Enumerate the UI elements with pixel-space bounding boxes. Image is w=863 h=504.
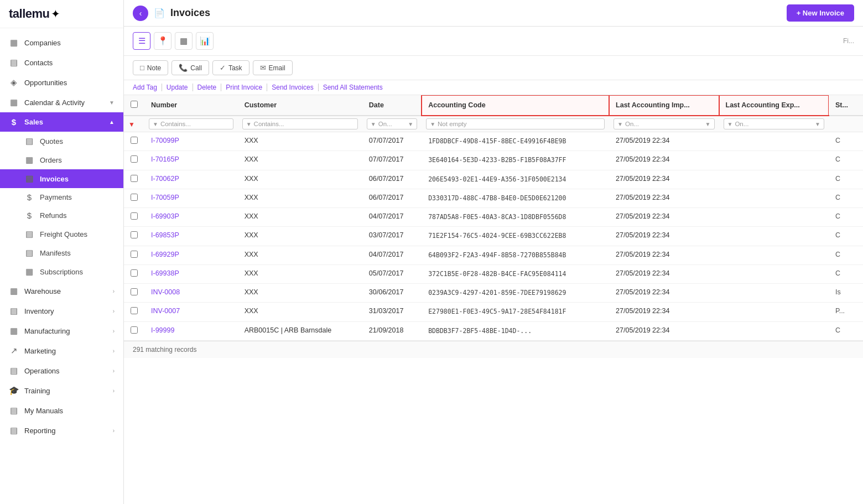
row-checkbox-cell[interactable]	[124, 321, 144, 340]
row-number: I-69853P	[144, 227, 238, 246]
filter-code-cell[interactable]: ▼ Not empty	[422, 116, 609, 132]
row-date: 31/03/2017	[362, 303, 422, 321]
sidebar-item-reporting[interactable]: ▤ Reporting ›	[0, 420, 123, 440]
sidebar-item-operations[interactable]: ▤ Operations ›	[0, 361, 123, 381]
sidebar-item-freight-quotes[interactable]: ▤ Freight Quotes	[0, 225, 123, 243]
new-invoice-button[interactable]: + New Invoice	[787, 4, 854, 22]
sidebar-item-refunds[interactable]: $ Refunds	[0, 206, 123, 225]
filter-number-input[interactable]: ▼ Contains...	[149, 118, 233, 129]
chart-view-button[interactable]: 📊	[196, 32, 214, 50]
inventory-icon: ▤	[9, 306, 19, 316]
th-number[interactable]: Number	[144, 95, 238, 116]
filter-number-cell[interactable]: ▼ Contains...	[144, 116, 238, 132]
print-invoice-link[interactable]: Print Invoice	[221, 84, 267, 91]
filter-imp-cell[interactable]: ▼ On... ▼	[609, 116, 719, 132]
filter-imp-input[interactable]: ▼ On... ▼	[614, 118, 714, 129]
sidebar-item-companies[interactable]: ▦ Companies	[0, 33, 123, 53]
list-view-button[interactable]: ☰	[133, 32, 150, 50]
sidebar-item-manifests[interactable]: ▤ Manifests	[0, 243, 123, 262]
filter-exp-cell[interactable]: ▼ On... ▼	[719, 116, 829, 132]
sidebar-item-quotes[interactable]: ▤ Quotes	[0, 132, 123, 150]
row-accounting-code: 372C1B5E-0F28-482B-B4CE-FAC95E084114	[422, 264, 609, 283]
call-button[interactable]: 📞 Call	[171, 60, 209, 75]
row-number: I-70062P	[144, 170, 238, 189]
filter-date-cell[interactable]: ▼ On... ▼	[362, 116, 422, 132]
row-checkbox[interactable]	[131, 155, 138, 163]
row-checkbox[interactable]	[131, 251, 138, 258]
filter-on-label3: On...	[735, 121, 748, 127]
sidebar-label-companies: Companies	[24, 39, 61, 47]
sidebar-item-manufacturing[interactable]: ▦ Manufacturing ›	[0, 321, 123, 341]
row-checkbox-cell[interactable]	[124, 246, 144, 264]
row-status: C	[829, 227, 863, 246]
filter-date-input[interactable]: ▼ On... ▼	[367, 118, 417, 129]
companies-icon: ▦	[9, 38, 19, 48]
sidebar-item-invoices[interactable]: ▤ Invoices	[0, 169, 123, 188]
add-tag-link[interactable]: Add Tag	[133, 84, 162, 91]
sidebar-item-contacts[interactable]: ▤ Contacts	[0, 53, 123, 72]
row-accounting-code: 1FD8DBCF-49D8-415F-8BEC-E49916F4BE9B	[422, 132, 609, 151]
task-icon: ✓	[220, 64, 226, 72]
row-checkbox[interactable]	[131, 269, 138, 277]
row-checkbox[interactable]	[131, 231, 138, 238]
th-customer[interactable]: Customer	[238, 95, 362, 116]
back-button[interactable]: ‹	[133, 6, 148, 21]
row-accounting-code: E27980E1-F0E3-49C5-9A17-28E54F84181F	[422, 303, 609, 321]
row-checkbox-cell[interactable]	[124, 284, 144, 303]
filter-code-input[interactable]: ▼ Not empty	[426, 118, 605, 129]
th-last-accounting-exp[interactable]: Last Accounting Exp...	[719, 95, 829, 116]
sidebar-item-sales[interactable]: $ Sales ▲	[0, 112, 123, 132]
row-checkbox-cell[interactable]	[124, 189, 144, 207]
sidebar-label-training: Training	[24, 387, 50, 395]
row-checkbox-cell[interactable]	[124, 303, 144, 321]
row-checkbox-cell[interactable]	[124, 208, 144, 227]
calendar-arrow: ▼	[109, 100, 115, 106]
sidebar-item-subscriptions[interactable]: ▦ Subscriptions	[0, 262, 123, 281]
update-link[interactable]: Update	[162, 84, 193, 91]
row-checkbox-cell[interactable]	[124, 132, 144, 151]
sidebar-item-opportunities[interactable]: ◈ Opportunities	[0, 72, 123, 92]
row-checkbox[interactable]	[131, 212, 138, 220]
email-button[interactable]: ✉ Email	[253, 60, 293, 75]
send-all-statements-link[interactable]: Send All Statements	[319, 84, 387, 91]
row-checkbox[interactable]	[131, 175, 138, 182]
row-last-imp: 27/05/2019 22:34	[609, 227, 719, 246]
sidebar-item-orders[interactable]: ▦ Orders	[0, 150, 123, 169]
row-checkbox-cell[interactable]	[124, 170, 144, 189]
send-invoices-link[interactable]: Send Invoices	[267, 84, 318, 91]
sidebar-item-inventory[interactable]: ▤ Inventory ›	[0, 301, 123, 321]
filter-customer-input[interactable]: ▼ Contains...	[242, 118, 358, 129]
th-last-accounting-imp[interactable]: Last Accounting Imp...	[609, 95, 719, 116]
row-checkbox[interactable]	[131, 288, 138, 295]
row-checkbox[interactable]	[131, 326, 138, 334]
sidebar-item-calendar[interactable]: ▦ Calendar & Activity ▼	[0, 92, 123, 112]
table-row: I-69938P XXX 05/07/2017 372C1B5E-0F28-48…	[124, 264, 863, 283]
sidebar-item-training[interactable]: 🎓 Training ›	[0, 381, 123, 401]
call-label: Call	[190, 64, 202, 72]
th-accounting-code[interactable]: Accounting Code	[422, 95, 609, 116]
reporting-arrow: ›	[113, 428, 115, 434]
th-date[interactable]: Date	[362, 95, 422, 116]
delete-link[interactable]: Delete	[193, 84, 222, 91]
row-checkbox-cell[interactable]	[124, 264, 144, 283]
row-accounting-code: 64B093F2-F2A3-494F-8B58-7270B855B84B	[422, 246, 609, 264]
row-checkbox[interactable]	[131, 307, 138, 314]
sidebar-label-freight: Freight Quotes	[40, 230, 87, 238]
filter-customer-cell[interactable]: ▼ Contains...	[238, 116, 362, 132]
select-all-checkbox[interactable]	[131, 101, 138, 108]
kanban-view-button[interactable]: ▦	[175, 32, 193, 50]
row-checkbox[interactable]	[131, 137, 138, 144]
th-status[interactable]: St...	[829, 95, 863, 116]
task-button[interactable]: ✓ Task	[212, 60, 249, 75]
sidebar-item-mymanuals[interactable]: ▤ My Manuals	[0, 401, 123, 420]
row-checkbox-cell[interactable]	[124, 151, 144, 170]
map-view-button[interactable]: 📍	[154, 32, 171, 50]
note-label: Note	[147, 64, 161, 72]
row-checkbox[interactable]	[131, 194, 138, 201]
sidebar-item-marketing[interactable]: ↗ Marketing ›	[0, 341, 123, 361]
sidebar-item-warehouse[interactable]: ▦ Warehouse ›	[0, 281, 123, 301]
filter-exp-input[interactable]: ▼ On... ▼	[724, 118, 824, 129]
sidebar-item-payments[interactable]: $ Payments	[0, 188, 123, 206]
row-checkbox-cell[interactable]	[124, 227, 144, 246]
note-button[interactable]: □ Note	[133, 60, 168, 75]
